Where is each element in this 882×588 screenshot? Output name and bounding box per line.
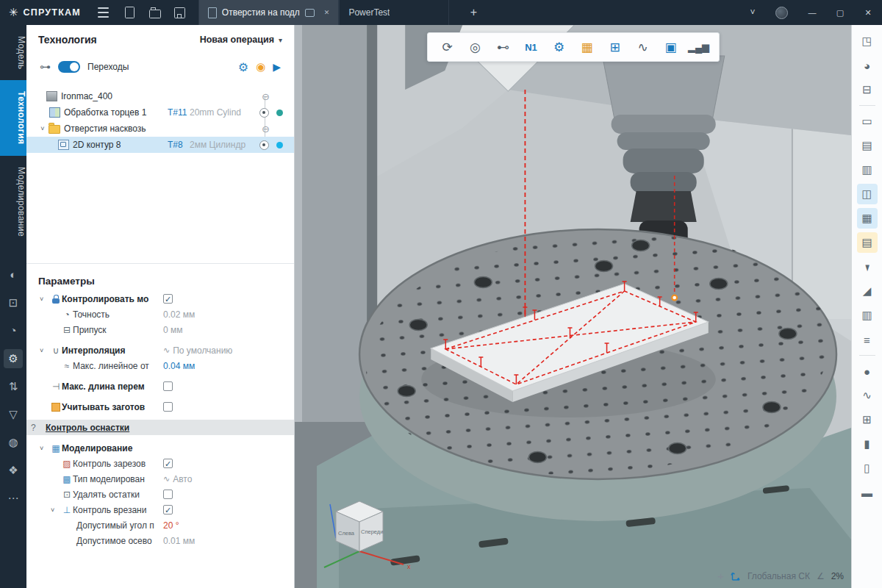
param-allowance[interactable]: ⊟Припуск0 мм	[26, 322, 294, 337]
manipulator-icon[interactable]: ❖	[4, 461, 23, 480]
settings-gear-icon[interactable]: ⚙	[4, 349, 23, 368]
expander-icon[interactable]: ˅	[40, 347, 50, 354]
shading-sphere-icon[interactable]: ◕	[857, 55, 878, 76]
node-2d-contour[interactable]: 2D контур 8T#82мм Цилиндр	[26, 137, 294, 153]
node-holes-group[interactable]: ˅Отверстия насквозь⊖	[26, 121, 294, 137]
statistics-icon[interactable]: ▂▄▆	[688, 37, 710, 57]
feeds-calculator-icon[interactable]: ⊞	[604, 37, 626, 57]
activity-simulation[interactable]: Моделирование	[0, 156, 26, 248]
param-value[interactable]: ∿Авто	[163, 474, 192, 484]
sort-arrows-icon[interactable]: ⇅	[4, 377, 23, 396]
machine-simulation-icon[interactable]: ▣	[660, 37, 682, 57]
sheet-filled-icon[interactable]: ▮	[857, 434, 878, 454]
param-checkbox[interactable]: ✓	[163, 459, 173, 468]
tool-setup-icon[interactable]: ▦	[576, 37, 598, 57]
point-snap-icon[interactable]: ●	[857, 361, 878, 381]
mesh-view-icon[interactable]: ⊡	[4, 293, 23, 312]
param-value[interactable]: ∿По умолчанию	[163, 345, 232, 356]
param-checkbox[interactable]: ✓	[163, 505, 173, 514]
coordinate-system-label[interactable]: Глобальная СК	[747, 571, 810, 581]
tab-powertest[interactable]: PowerTest	[339, 0, 449, 25]
hatch-section-icon[interactable]: ≡	[857, 329, 878, 350]
workpiece-display-icon[interactable]: ▤	[857, 135, 878, 156]
operation-settings-gear-icon[interactable]: ⚙	[238, 60, 248, 74]
model-display-icon[interactable]: ▭	[857, 111, 878, 132]
gauge-icon[interactable]: ◔	[4, 321, 23, 340]
run-simulation-icon[interactable]: ▶	[273, 61, 281, 73]
param-tolerance[interactable]: ◔Точность0.02 мм	[26, 306, 294, 322]
node-face-machining[interactable]: Обработка торцев 1T#1120mm Cylind	[26, 104, 294, 121]
param-simulation[interactable]: ˅▦Моделирование	[26, 440, 294, 456]
param-interpolation[interactable]: ˅∪Интерполяция∿По умолчанию	[26, 343, 294, 358]
param-value[interactable]: 0.02 мм	[163, 309, 195, 320]
expander-icon[interactable]: ˅	[40, 295, 50, 303]
param-max-linear[interactable]: ≈Макс. линейное от0.04 мм	[26, 358, 294, 373]
viewport-3d[interactable]: ⟳◎⊷N1⚙▦⊞∿▣▂▄▆ Слева Спереди x + Глобальн…	[295, 25, 851, 588]
curve-snap-icon[interactable]: ∿	[857, 385, 878, 406]
tool-drill-icon[interactable]: ▼	[861, 257, 873, 277]
operation-params-icon[interactable]: ⚙	[548, 37, 570, 57]
measure-icon[interactable]: ⊷	[492, 37, 514, 57]
param-checkbox[interactable]	[163, 402, 173, 412]
param-remove-rest[interactable]: ⊡Удалять остатки	[26, 487, 294, 502]
new-operation-dropdown[interactable]: Новая операция ▾	[200, 35, 282, 45]
stock-display-icon[interactable]: ◫	[857, 184, 878, 204]
activity-model[interactable]: Модель	[0, 25, 26, 80]
result-display-icon[interactable]: ▦	[857, 208, 878, 229]
fixture-display-icon[interactable]: ▥	[857, 159, 878, 180]
system-sphere-icon[interactable]	[775, 7, 788, 19]
move-origin-icon[interactable]: +	[717, 570, 724, 582]
param-allowed-axial[interactable]: Допустимое осево0.01 мм	[26, 533, 294, 548]
viewports-icon[interactable]: ◳	[857, 31, 878, 51]
expander-icon[interactable]: ˅	[40, 445, 50, 452]
main-menu-icon[interactable]	[93, 3, 115, 22]
param-use-stock[interactable]: Учитывать заготов	[26, 399, 294, 415]
param-allowed-angle[interactable]: Допустимый угол п20 °	[26, 517, 294, 533]
help-icon[interactable]: ?	[31, 423, 36, 433]
expander-icon[interactable]: ˅	[37, 125, 49, 132]
toolpath-recalc-icon[interactable]: ⟳	[437, 37, 459, 57]
minimize-button[interactable]: —	[798, 0, 826, 25]
param-checkbox[interactable]	[163, 381, 173, 391]
param-sim-type[interactable]: ▩Тип моделирован∿Авто	[26, 471, 294, 487]
param-value[interactable]: 0.04 мм	[163, 361, 195, 371]
param-value[interactable]: 20 °	[163, 520, 179, 531]
operation-radio-icon[interactable]	[259, 108, 269, 118]
new-document-icon[interactable]	[119, 3, 141, 22]
tab-holes[interactable]: Отверстия на подл✕	[198, 0, 340, 25]
docs-icon[interactable]: ▬	[857, 482, 878, 503]
save-document-icon[interactable]	[169, 3, 191, 22]
expander-icon[interactable]: ˅	[51, 506, 61, 514]
ring-icon[interactable]: ◍	[4, 433, 23, 452]
angle-icon[interactable]: ∠	[817, 571, 825, 581]
grid-snap-icon[interactable]: ⊞	[857, 409, 878, 430]
shaded-view-icon[interactable]: ◐	[4, 265, 23, 284]
param-fixture-control[interactable]: ?Контроль оснастки	[26, 420, 294, 435]
dropdown-chevron-icon[interactable]: ˅	[740, 7, 765, 18]
nc-program-icon[interactable]: N1	[520, 37, 542, 57]
close-button[interactable]: ✕	[854, 0, 882, 25]
collapse-minus-icon[interactable]: ⊖	[262, 92, 270, 101]
operation-radio-icon[interactable]	[259, 140, 269, 150]
highlight-lamp-icon[interactable]: ◉	[256, 60, 265, 74]
tab-close-icon[interactable]: ✕	[324, 9, 330, 16]
view-cube-left-label[interactable]: Слева	[338, 530, 355, 537]
activity-technology[interactable]: Технология	[0, 80, 26, 155]
toolpath-display-icon[interactable]: ◢	[857, 281, 878, 301]
open-document-icon[interactable]	[144, 3, 166, 22]
filter-icon[interactable]: ▽	[4, 405, 23, 424]
scene-layers-icon[interactable]: ⊟	[857, 79, 878, 100]
view-cube[interactable]: Слева Спереди x	[314, 488, 424, 575]
hole-recognition-icon[interactable]: ◎	[465, 37, 487, 57]
param-plunge-control[interactable]: ˅⊥Контроль врезани✓	[26, 502, 294, 517]
operation-journal-icon[interactable]: ▥	[857, 305, 878, 326]
maximize-button[interactable]: ▢	[826, 0, 854, 25]
view-cube-front-label[interactable]: Спереди	[361, 528, 383, 535]
param-value[interactable]: 0 мм	[163, 325, 183, 335]
holder-display-icon[interactable]: ▤	[857, 232, 878, 253]
more-options-icon[interactable]: ⋯	[4, 489, 23, 508]
param-checkbox[interactable]: ✓	[163, 294, 173, 304]
add-tab-button[interactable]: +	[462, 0, 484, 25]
node-machine[interactable]: Ironmac_400⊖	[26, 88, 294, 104]
collapse-minus-icon[interactable]: ⊖	[262, 124, 270, 134]
